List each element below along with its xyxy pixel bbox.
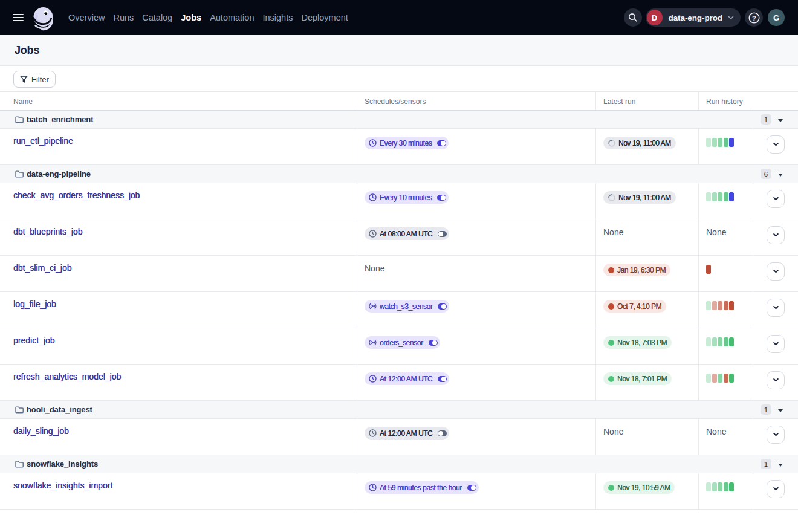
svg-text:?: ? bbox=[751, 14, 756, 21]
